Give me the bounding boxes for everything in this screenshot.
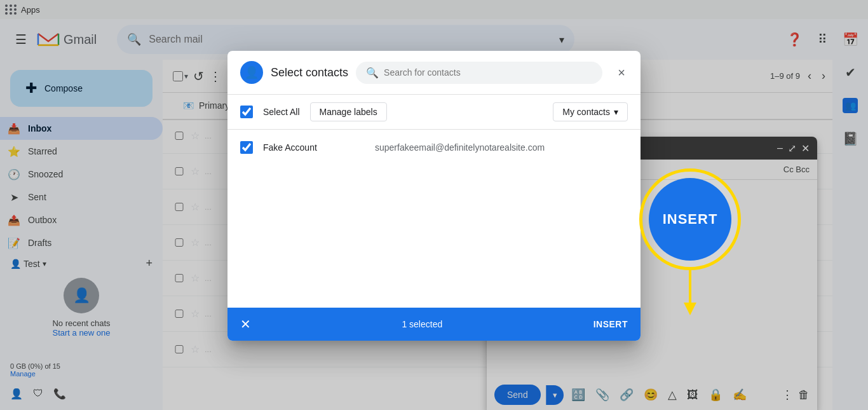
modal-search-bar[interactable]: 🔍 — [356, 62, 602, 84]
my-contacts-label: My contacts — [562, 107, 610, 117]
my-contacts-button[interactable]: My contacts ▾ — [553, 102, 628, 121]
insert-callout-ring: INSERT — [639, 168, 741, 270]
modal-search-icon: 🔍 — [366, 67, 379, 79]
contact-email: superfakeemail@definitelynotarealsite.co… — [375, 142, 545, 153]
modal-close-button[interactable]: × — [615, 63, 628, 83]
modal-title: Select contacts — [271, 66, 348, 79]
insert-callout: INSERT — [639, 168, 741, 270]
list-item[interactable]: Fake Account superfakeemail@definitelyno… — [227, 135, 641, 160]
my-contacts-dropdown-icon: ▾ — [614, 107, 618, 117]
footer-close-button[interactable]: ✕ — [240, 317, 251, 332]
insert-callout-inner[interactable]: INSERT — [649, 178, 731, 261]
modal-header: 👤 Select contacts 🔍 × — [227, 51, 641, 95]
contact-name: Fake Account — [263, 142, 365, 153]
insert-button[interactable]: INSERT — [593, 319, 628, 329]
selected-count: 1 selected — [402, 319, 442, 329]
contact-checkbox[interactable] — [240, 141, 253, 154]
modal-footer: ✕ 1 selected INSERT — [227, 308, 641, 341]
select-all-label[interactable]: Select All — [263, 107, 300, 117]
insert-callout-label: INSERT — [663, 211, 718, 228]
modal-search-input[interactable] — [384, 67, 592, 78]
select-all-checkbox[interactable] — [240, 106, 253, 118]
modal-contact-list: Fake Account superfakeemail@definitelyno… — [227, 130, 641, 308]
manage-labels-button[interactable]: Manage labels — [310, 102, 387, 121]
select-contacts-modal: 👤 Select contacts 🔍 × Select All Manage … — [227, 51, 641, 341]
insert-callout-arrow — [677, 268, 703, 318]
svg-marker-1 — [684, 303, 696, 315]
modal-toolbar: Select All Manage labels My contacts ▾ — [227, 95, 641, 130]
contacts-modal-icon: 👤 — [240, 61, 263, 84]
